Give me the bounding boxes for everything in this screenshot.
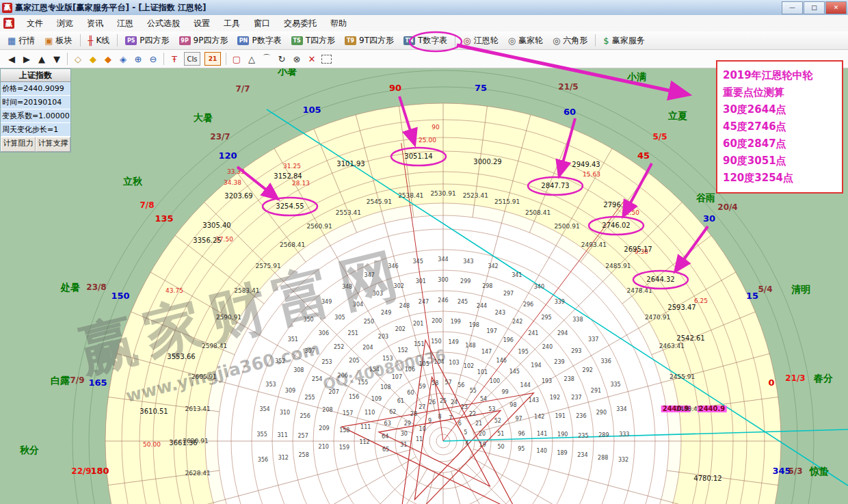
wheel-label: 大暑 (194, 113, 213, 122)
wheel-label: 75 (475, 83, 487, 92)
back-button[interactable]: ◀ (6, 53, 17, 65)
wheel-label: 189 (557, 451, 567, 456)
wheel-label: 342 (488, 264, 498, 269)
wheel-label: 53 (488, 407, 495, 412)
menu-item-0[interactable]: 文件 (20, 16, 50, 31)
wheel-label: 5/4 (758, 285, 772, 293)
wheel-label: 238 (564, 377, 574, 382)
wheel-label: 203 (378, 334, 388, 340)
wheel-label: 336 (601, 359, 611, 364)
wheel-label: 343 (463, 259, 473, 265)
wheel-label: 120 (218, 151, 237, 160)
minimize-button[interactable]: — (782, 1, 803, 14)
toolbar-quotes-button[interactable]: ▦行情 (3, 33, 40, 49)
wheel-label: 151 (414, 342, 424, 347)
wheel-label: 105 (302, 105, 321, 114)
toolbar-t-number-table-button[interactable]: TNT数字表 (399, 33, 452, 49)
wheel-label: 312 (278, 455, 289, 461)
menu-item-7[interactable]: 窗口 (247, 16, 277, 31)
menu-item-4[interactable]: 公式选股 (140, 16, 187, 31)
menu-item-5[interactable]: 设置 (187, 16, 217, 31)
pointer-up-button[interactable]: ▲ (36, 53, 47, 65)
menu-item-8[interactable]: 交易委托 (277, 16, 323, 31)
diamond-blue-button[interactable]: ◈ (118, 53, 129, 65)
wheel-label: 22/9 (71, 467, 91, 475)
zoom-in-button[interactable]: ⊕ (133, 53, 144, 65)
diamond-orange-button[interactable]: ◆ (103, 53, 114, 65)
maximize-button[interactable]: □ (804, 1, 825, 14)
wheel-label: 2448.41 (676, 406, 701, 412)
toolbar-gann-wheel-button[interactable]: ◎江恩轮 (458, 33, 503, 49)
wheel-label: 56 (458, 383, 464, 388)
wheel-label: 2545.91 (367, 199, 392, 205)
toolbar-p-number-table-button[interactable]: PNP数字表 (233, 33, 286, 49)
window-title: 赢家江恩专业版[赢家服务平台] - [上证指数 江恩轮] (15, 2, 206, 14)
toolbar-separator (595, 34, 596, 47)
wheel-label: 237 (571, 395, 581, 401)
panel-button-1[interactable]: 计算支撑 (36, 137, 70, 152)
triangle-tool-button[interactable]: △ (246, 53, 257, 65)
wheel-label: 101 (477, 370, 488, 375)
toolbar-winner-wheel-button[interactable]: ◎赢家轮 (503, 33, 548, 49)
toolbar-9p-square-button[interactable]: 9P9P四方形 (174, 33, 233, 49)
cls-button[interactable]: CIs (184, 52, 200, 66)
diamond-outline-button[interactable]: ◇ (72, 53, 83, 65)
panel-button-0[interactable]: 计算阻力 (1, 137, 36, 152)
wheel-label: 23 (461, 405, 468, 410)
toolbar-kline-button[interactable]: ╫K线 (83, 33, 115, 49)
wheel-label: 清明 (791, 284, 810, 294)
toolbar-sectors-button[interactable]: ▣板块 (40, 33, 77, 49)
wheel-label: 25 (440, 399, 447, 404)
forward-button[interactable]: ▶ (21, 53, 32, 65)
toolbar-t-square-button[interactable]: TST四方形 (287, 33, 340, 49)
calendar-button[interactable]: 21 (204, 52, 221, 66)
wheel-label: 2695.17 (624, 246, 652, 253)
wheel-label: 240 (542, 345, 553, 350)
wheel-label: 2530.91 (430, 191, 455, 197)
wheel-label: 15.63 (583, 172, 600, 178)
wheel-label: 294 (557, 331, 568, 336)
wheel-label: 3610.51 (140, 408, 168, 415)
wheel-label: 23/7 (210, 133, 230, 141)
wheel-label: 秋分 (20, 445, 39, 455)
wheel-label: 196 (503, 338, 514, 343)
toolbar-hexagon-button[interactable]: ◎六角形 (548, 33, 592, 49)
arc-tool-button[interactable]: ⌒ (261, 53, 272, 65)
wheel-label: 3051.14 (404, 153, 432, 160)
rect-tool-button[interactable]: ▢ (231, 53, 242, 65)
panel-buttons: 计算阻力计算支撑 (1, 137, 70, 152)
wheel-label: 254 (312, 377, 322, 382)
gann-wheel-icon: ◎ (463, 36, 471, 45)
toolbar-9t-square-button[interactable]: T99T四方形 (340, 33, 399, 49)
wheel-label: 春分 (814, 373, 833, 383)
menu-item-2[interactable]: 资讯 (80, 16, 110, 31)
wheel-label: 2593.47 (667, 304, 695, 311)
annotation-line-6: 120度3254点 (723, 170, 836, 187)
menu-item-9[interactable]: 帮助 (323, 16, 354, 31)
zoom-out-button[interactable]: ⊖ (148, 53, 159, 65)
delete-tool-button[interactable]: ✕ (306, 53, 317, 65)
wheel-label: 21 (475, 421, 482, 427)
wheel-label: 立秋 (123, 176, 142, 186)
wheel-label: 小满 (627, 72, 646, 81)
toolbar-winner-service-button[interactable]: $赢家服务 (598, 33, 649, 49)
toolbar-p-square-button[interactable]: PSP四方形 (120, 33, 174, 49)
diamond-yellow-button[interactable]: ◆ (88, 53, 98, 65)
wheel-label: 31 (400, 442, 407, 448)
wheel-label: 334 (616, 407, 626, 412)
close-button[interactable]: ✕ (825, 1, 847, 14)
wheel-label: 199 (451, 319, 461, 325)
rotate-tool-button[interactable]: ↻ (276, 53, 287, 65)
wheel-label: 356 (258, 457, 268, 463)
circle-cross-tool-button[interactable]: ⊗ (291, 53, 302, 65)
menu-item-3[interactable]: 江恩 (110, 16, 140, 31)
t-square-tool-button[interactable]: Ŧ (169, 53, 180, 65)
filter-button[interactable]: ▼ (51, 53, 62, 65)
toolbar-separator (226, 53, 226, 65)
wheel-label: 小暑 (278, 68, 297, 76)
marquee-tool-button[interactable] (321, 55, 332, 64)
wheel-label: 54 (480, 397, 487, 402)
toolbar-t-number-table-label: T数字表 (418, 35, 447, 47)
menu-item-1[interactable]: 浏览 (50, 16, 80, 31)
menu-item-6[interactable]: 工具 (217, 16, 247, 31)
